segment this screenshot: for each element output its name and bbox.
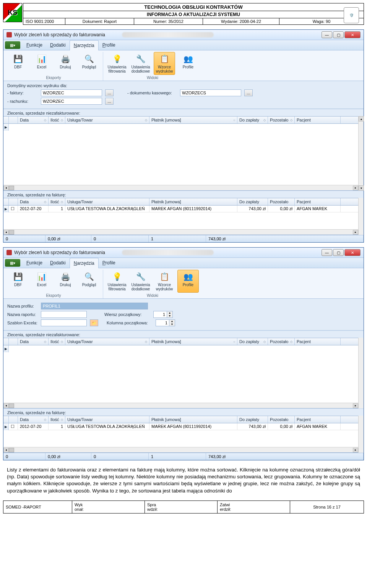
close-button[interactable]: ✕ [344,31,361,38]
section-na-fakture-2: Zlecenia, sprzedaże na fakturę: [3,408,364,416]
filter-settings-icon: 💡 [111,53,123,64]
window-profile: Wybór zleceń lub sprzedaży do fakturowan… [3,247,364,460]
spin-up-icon[interactable]: ▲ [169,320,175,323]
maximize-button[interactable]: ▢ [333,31,344,38]
ribbon-wzorce[interactable]: 📋Wzorce wydruków [154,52,175,75]
launcher-button-2[interactable]: ▦▾ [5,259,20,267]
menu-profile[interactable]: Profile [99,40,119,50]
menu-dodatki-2[interactable]: Dodatki [46,258,70,268]
v-scrollbar-3[interactable] [358,338,364,408]
preview-icon: 🔍 [83,53,95,64]
menu-narzedzia-2[interactable]: Narzędzia [70,258,99,268]
row-selector[interactable]: ▶ [3,124,9,131]
menu-narzedzia[interactable]: Narzędzia [70,40,99,50]
ribbon-ust-filtrowania-2[interactable]: 💡Ustawienia filtrowania [106,270,128,293]
browse-szablon[interactable]: 📁 [90,319,98,326]
window-title: Wybór zleceń lub sprzedaży do fakturowan… [14,32,122,37]
ribbon-ust-dodatkowe[interactable]: 🔧Ustawienia dodatkowe [130,52,151,75]
titlebar-blur [122,32,214,37]
input-dokument[interactable] [180,89,241,96]
window-wzorce: Wybór zleceń lub sprzedaży do fakturowan… [3,29,364,243]
templates-icon: 📋 [158,271,171,282]
col-zaplaty[interactable]: Do zapłaty◇ [237,117,268,123]
panel-header: Domyślny wzorzec wydruku dla: [7,83,360,88]
window-title-2: Wybór zleceń lub sprzedaży do fakturowan… [14,250,122,255]
spinner-kolumna[interactable]: ▲▼ [156,319,175,326]
col-usluga[interactable]: Usługa/Towar◇ [65,117,149,123]
profile-icon: 👥 [182,53,194,64]
ribbon-podglad[interactable]: 🔍Podgląd [78,52,100,75]
spin-up-icon[interactable]: ▲ [167,311,172,314]
col-data[interactable]: Data◇ [18,117,49,123]
row-selector-3[interactable]: ▶ [3,345,9,352]
input-faktury[interactable] [41,89,102,96]
lookup-dokument[interactable]: … [244,89,253,96]
row-selector-2[interactable]: ▶ [3,206,9,212]
seal-icon: 🛡️ [344,7,359,23]
input-szablon[interactable] [41,319,87,326]
row-selector-4[interactable]: ▶ [3,423,9,430]
status-bar: 0 0,00 zł 0 1 743,00 zł [3,235,364,242]
menu-funkcje[interactable]: Funkcje [23,40,46,50]
app-icon [6,32,12,37]
lookup-faktury[interactable]: … [105,89,114,96]
doc-subtitle: INFORMACJA O AKTUALIZACJI SYSTEMU [23,11,364,18]
input-nazwa-raportu[interactable] [41,311,87,318]
ribbon-profile[interactable]: 👥Profile [177,52,199,75]
spinner-wiersz[interactable]: ▲▼ [153,311,173,318]
menubar-2: ▦▾ Funkcje Dodatki Narzędzia Profile [3,258,364,268]
ribbon-excel[interactable]: 📊Excel [31,52,52,75]
menu-funkcje-2[interactable]: Funkcje [23,258,46,268]
launcher-button[interactable]: ▦▾ [5,41,20,49]
label-rachunku: - rachunku: [7,99,38,104]
excel-icon: 📊 [36,53,48,64]
minimize-button[interactable]: — [322,31,332,38]
input-nazwa-profilu[interactable] [41,303,148,309]
meta-dokument: Dokument: Raport [65,18,134,24]
panel-wzorce: Domyślny wzorzec wydruku dla: - faktury:… [3,81,364,109]
input-rachunku[interactable] [41,98,102,105]
table-row[interactable]: ☐ 2012-07-20 1 USŁUGA TESTOWA DLA ZAOKRĄ… [3,206,358,212]
profile-icon: 👥 [182,271,194,282]
doc-title: TECHNOLOGIA OBSŁUGI KONTRAKTÓW [23,3,364,11]
col-ilosc[interactable]: Ilość◇ [49,117,65,123]
ribbon-wzorce-2[interactable]: 📋Wzorce wydruków [154,270,175,293]
sort-icon: ◇ [44,118,46,122]
lookup-rachunku[interactable]: … [105,98,114,105]
templates-icon: 📋 [158,53,171,64]
ribbon-dbf[interactable]: 💾DBF [7,52,29,75]
ribbon-dbf-2[interactable]: 💾DBF [7,270,29,293]
body-paragraph: Listy z elementami do fakturowania oraz … [7,467,360,494]
ribbon-excel-2[interactable]: 📊Excel [31,270,52,293]
v-scrollbar-2[interactable] [358,198,364,235]
extra-settings-icon: 🔧 [135,53,147,64]
ribbon-ust-filtrowania[interactable]: 💡Ustawienia filtrowania [106,52,128,75]
minimize-button-2[interactable]: — [322,249,332,256]
ribbon-ust-dodatkowe-2[interactable]: 🔧Ustawienia dodatkowe [130,270,151,293]
h-scrollbar-4[interactable]: ◂▸ [3,447,358,452]
col-platnik[interactable]: Płatnik [umowa]○ [149,117,237,123]
spin-down-icon[interactable]: ▼ [167,314,172,317]
ribbon-drukuj-2[interactable]: 🖨️Drukuj [55,270,76,293]
meta-iso: ISO 9001:2000 [23,18,65,24]
ribbon-profile-2[interactable]: 👥Profile [177,270,199,293]
close-button-2[interactable]: ✕ [344,249,361,256]
ribbon: 💾DBF 📊Excel 🖨️Drukuj 🔍Podgląd Eksporty 💡… [3,50,364,81]
h-scrollbar[interactable]: ◂▸ [3,185,358,190]
filter-settings-icon: 💡 [111,271,123,282]
maximize-button-2[interactable]: ▢ [333,249,344,256]
menu-profile-2[interactable]: Profile [99,258,119,268]
preview-icon: 🔍 [83,271,95,282]
excel-icon: 📊 [36,271,48,282]
h-scrollbar-3[interactable]: ◂▸ [3,403,358,408]
v-scrollbar-4[interactable] [358,416,364,453]
ribbon-drukuj[interactable]: 🖨️Drukuj [55,52,76,75]
menu-dodatki[interactable]: Dodatki [46,40,70,50]
table-row[interactable]: ☐ 2012-07-20 1 USŁUGA TESTOWA DLA ZAOKRĄ… [3,423,358,430]
col-pozostalo[interactable]: Pozostało◇ [268,117,295,123]
col-pacjent[interactable]: Pacjent [295,117,341,123]
h-scrollbar-2[interactable]: ◂▸ [3,229,358,235]
v-scrollbar[interactable]: ▴▾ [358,116,364,191]
spin-down-icon[interactable]: ▼ [169,323,175,326]
ribbon-podglad-2[interactable]: 🔍Podgląd [78,270,100,293]
